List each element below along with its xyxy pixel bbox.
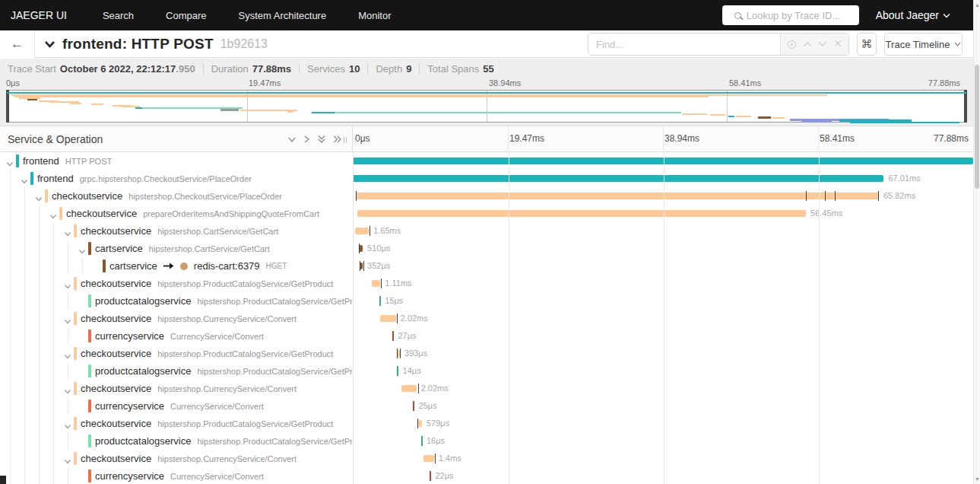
span-row[interactable]: currencyserviceCurrencyService/Convert22… — [0, 467, 973, 484]
column-resize-handle[interactable] — [344, 137, 347, 143]
span-row[interactable]: cartservicehipstershop.CartService/GetCa… — [0, 240, 973, 257]
scroll-down-icon[interactable]: ▼ — [974, 476, 980, 482]
span-bar-cell[interactable]: 2.02ms — [353, 310, 973, 327]
span-tree-cell[interactable]: checkoutservicehipstershop.ProductCatalo… — [0, 415, 352, 432]
span-duration-bar[interactable] — [353, 175, 883, 182]
span-row[interactable]: checkoutservicehipstershop.CurrencyServi… — [0, 310, 973, 327]
span-row[interactable]: cartserviceredis-cart:6379HGET352μs — [0, 257, 973, 275]
span-bar-cell[interactable]: 579μs — [353, 415, 973, 432]
span-row[interactable]: productcatalogservicehipstershop.Product… — [0, 432, 973, 450]
span-tree-cell[interactable]: productcatalogservicehipstershop.Product… — [0, 362, 352, 380]
span-duration-bar[interactable] — [356, 193, 879, 199]
span-duration-marker[interactable] — [392, 331, 394, 341]
span-row[interactable]: checkoutservicehipstershop.ProductCatalo… — [0, 415, 973, 432]
back-button[interactable]: ← — [0, 30, 35, 58]
span-bar-cell[interactable]: 16μs — [353, 432, 973, 450]
span-duration-bar[interactable] — [359, 245, 363, 252]
span-row[interactable]: frontendgrpc.hipstershop.CheckoutService… — [0, 170, 973, 187]
minimap-right-drag-handle[interactable] — [964, 90, 967, 123]
collapse-one-icon[interactable] — [287, 136, 297, 143]
span-duration-bar[interactable] — [380, 315, 396, 322]
span-bar-cell[interactable]: 510μs — [353, 240, 973, 257]
collapse-span-chevron-icon[interactable] — [6, 157, 14, 170]
collapse-span-chevron-icon[interactable] — [35, 192, 43, 205]
span-row[interactable]: productcatalogservicehipstershop.Product… — [0, 292, 973, 310]
span-row[interactable]: productcatalogservicehipstershop.Product… — [0, 362, 973, 380]
collapse-span-chevron-icon[interactable] — [64, 279, 71, 292]
expand-one-icon[interactable] — [303, 135, 310, 144]
expand-all-icon[interactable] — [333, 135, 342, 144]
nav-item-system-architecture[interactable]: System Architecture — [223, 0, 343, 30]
span-bar-cell[interactable]: 65.82ms — [353, 187, 973, 205]
span-duration-marker[interactable] — [430, 471, 431, 481]
span-duration-bar[interactable] — [360, 263, 363, 269]
collapse-span-chevron-icon[interactable] — [64, 419, 71, 432]
span-duration-marker[interactable] — [413, 401, 414, 411]
span-duration-bar[interactable] — [372, 280, 380, 287]
span-tree-cell[interactable]: checkoutservicehipstershop.CurrencyServi… — [0, 310, 352, 327]
collapse-span-chevron-icon[interactable] — [64, 454, 71, 467]
span-tree-cell[interactable]: cartserviceredis-cart:6379HGET — [0, 257, 352, 275]
scrollbar-thumb[interactable] — [975, 65, 979, 189]
find-input[interactable] — [588, 33, 780, 55]
span-tree-cell[interactable]: checkoutserviceprepareOrderItemsAndShipp… — [0, 205, 352, 222]
span-tree-cell[interactable]: currencyserviceCurrencyService/Convert — [0, 327, 352, 345]
span-row[interactable]: checkoutserviceprepareOrderItemsAndShipp… — [0, 205, 973, 222]
timeline-minimap[interactable] — [6, 90, 967, 123]
span-bar-cell[interactable]: 1.65ms — [353, 222, 973, 240]
span-row[interactable]: checkoutservicehipstershop.CurrencyServi… — [0, 450, 973, 467]
span-tree-cell[interactable]: frontendgrpc.hipstershop.CheckoutService… — [0, 170, 352, 187]
collapse-span-chevron-icon[interactable] — [64, 384, 71, 397]
span-duration-bar[interactable] — [418, 420, 422, 427]
span-row[interactable]: currencyserviceCurrencyService/Convert25… — [0, 397, 973, 415]
minimap-left-drag-handle[interactable] — [6, 90, 9, 123]
about-jaeger-menu[interactable]: About Jaeger — [876, 9, 950, 21]
span-bar-cell[interactable]: 1.11ms — [353, 275, 973, 292]
trace-view-select[interactable]: Trace Timeline — [884, 33, 963, 56]
nav-item-search[interactable]: Search — [87, 0, 150, 30]
span-bar-cell[interactable]: 14μs — [353, 362, 973, 380]
nav-item-compare[interactable]: Compare — [150, 0, 222, 30]
span-tree-cell[interactable]: checkoutservicehipstershop.CartService/G… — [0, 222, 352, 240]
span-row[interactable]: checkoutservicehipstershop.ProductCatalo… — [0, 345, 973, 362]
span-row[interactable]: checkoutservicehipstershop.ProductCatalo… — [0, 275, 973, 292]
collapse-span-chevron-icon[interactable] — [64, 227, 71, 240]
span-bar-cell[interactable]: 352μs — [353, 257, 973, 275]
span-duration-bar[interactable] — [357, 210, 806, 217]
span-duration-marker[interactable] — [397, 366, 398, 376]
keyboard-shortcuts-button[interactable]: ⌘ — [857, 33, 877, 56]
span-bar-cell[interactable]: 25μs — [353, 397, 973, 415]
span-row[interactable]: checkoutservicehipstershop.CurrencyServi… — [0, 380, 973, 397]
span-duration-marker[interactable] — [379, 296, 381, 306]
collapse-span-chevron-icon[interactable] — [49, 209, 57, 222]
span-row[interactable]: currencyserviceCurrencyService/Convert27… — [0, 327, 973, 345]
match-indicator-icon[interactable] — [788, 40, 796, 49]
span-tree-cell[interactable]: checkoutservicehipstershop.CurrencyServi… — [0, 450, 352, 467]
scroll-up-icon[interactable]: ▲ — [974, 2, 980, 8]
collapse-span-chevron-icon[interactable] — [64, 349, 71, 362]
collapse-span-chevron-icon[interactable] — [64, 314, 71, 327]
span-duration-bar[interactable] — [401, 385, 417, 392]
span-tree-cell[interactable]: cartservicehipstershop.CartService/GetCa… — [0, 240, 352, 257]
span-bar-cell[interactable]: 22μs — [353, 467, 973, 484]
collapse-span-chevron-icon[interactable] — [21, 174, 28, 187]
span-duration-marker[interactable] — [421, 436, 423, 446]
span-duration-bar[interactable] — [423, 455, 434, 462]
span-bar-cell[interactable]: 15μs — [353, 292, 973, 310]
span-bar-cell[interactable]: 56.45ms — [353, 205, 973, 222]
collapse-trace-chevron-icon[interactable] — [44, 40, 56, 48]
find-next-icon[interactable] — [818, 39, 827, 49]
span-row[interactable]: checkoutservicehipstershop.CheckoutServi… — [0, 187, 973, 205]
span-bar-cell[interactable] — [353, 152, 973, 170]
span-bar-cell[interactable]: 393μs — [353, 345, 973, 362]
nav-item-monitor[interactable]: Monitor — [342, 0, 407, 30]
vertical-scrollbar[interactable]: ▲ ▼ — [973, 0, 980, 484]
span-tree-cell[interactable]: frontendHTTP POST — [0, 152, 352, 170]
span-tree-cell[interactable]: checkoutservicehipstershop.ProductCatalo… — [0, 345, 352, 362]
span-bar-cell[interactable]: 2.02ms — [353, 380, 973, 397]
span-tree-cell[interactable]: productcatalogservicehipstershop.Product… — [0, 292, 352, 310]
span-tree-cell[interactable]: checkoutservicehipstershop.CheckoutServi… — [0, 187, 352, 205]
span-bar-cell[interactable]: 1.4ms — [353, 450, 973, 467]
span-tree-cell[interactable]: currencyserviceCurrencyService/Convert — [0, 397, 352, 415]
app-logo[interactable]: JAEGER UI — [0, 9, 87, 21]
